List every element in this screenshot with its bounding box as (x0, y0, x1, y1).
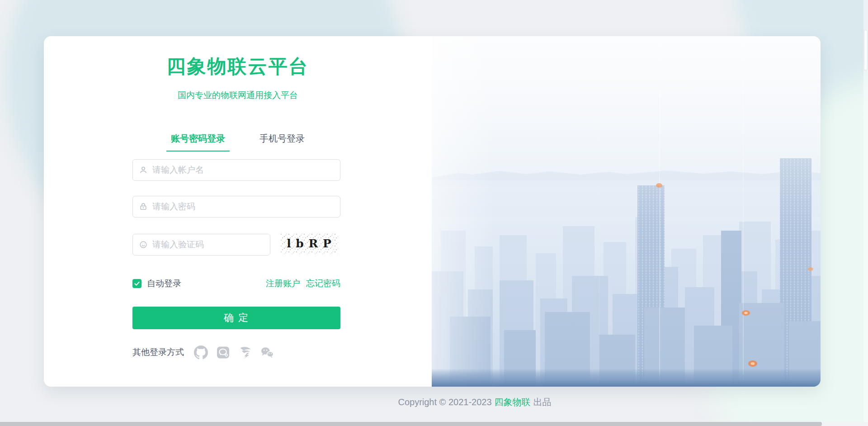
horizontal-scrollbar-thumb[interactable] (0, 422, 822, 426)
password-field[interactable] (132, 196, 340, 218)
checkbox-checked-icon[interactable] (132, 279, 142, 288)
github-icon[interactable] (193, 345, 208, 360)
platform-subtitle: 国内专业的物联网通用接入平台 (44, 90, 432, 101)
forgot-password-link[interactable]: 忘记密码 (306, 278, 340, 289)
captcha-image[interactable]: l b R P (280, 233, 338, 254)
smiley-icon (139, 241, 147, 249)
other-login-label: 其他登录方式 (132, 346, 184, 358)
copyright-text: Copyright © 2021-2023 (398, 397, 491, 407)
login-form-panel: 四象物联云平台 国内专业的物联网通用接入平台 账号密码登录 手机号登录 (44, 36, 432, 387)
captcha-field[interactable] (132, 234, 270, 256)
register-link[interactable]: 注册账户 (266, 278, 300, 289)
username-input[interactable] (151, 165, 334, 175)
wechat-icon[interactable] (260, 345, 274, 360)
brand-link[interactable]: 四象物联 (495, 397, 531, 407)
platform-title: 四象物联云平台 (44, 56, 432, 77)
lock-icon (139, 203, 147, 211)
user-icon (139, 166, 147, 174)
login-card: 四象物联云平台 国内专业的物联网通用接入平台 账号密码登录 手机号登录 (44, 36, 821, 387)
dingtalk-icon[interactable] (238, 345, 252, 360)
vertical-scrollbar-thumb[interactable] (864, 30, 868, 71)
tab-phone-login[interactable]: 手机号登录 (255, 133, 309, 151)
captcha-input[interactable] (151, 239, 264, 250)
username-field[interactable] (132, 159, 340, 181)
copyright-footer: Copyright © 2021-2023四象物联出品 (0, 396, 868, 408)
submit-button[interactable]: 确 定 (132, 307, 340, 329)
auto-login-label: 自动登录 (147, 278, 181, 289)
login-page: 四象物联云平台 国内专业的物联网通用接入平台 账号密码登录 手机号登录 (0, 0, 868, 426)
password-input[interactable] (151, 201, 334, 212)
auth-links: 注册账户 忘记密码 (266, 278, 340, 289)
captcha-text: l b R P (287, 237, 332, 250)
copyright-suffix: 出品 (533, 397, 552, 407)
city-skyline-image (432, 36, 821, 387)
remember-row: 自动登录 注册账户 忘记密码 (132, 279, 340, 289)
other-login-row: 其他登录方式 (132, 342, 274, 363)
auto-login-checkbox[interactable]: 自动登录 (132, 278, 181, 289)
tab-account-password-login[interactable]: 账号密码登录 (166, 133, 230, 151)
login-tabs: 账号密码登录 手机号登录 (44, 133, 432, 151)
qq-icon[interactable] (216, 345, 230, 360)
